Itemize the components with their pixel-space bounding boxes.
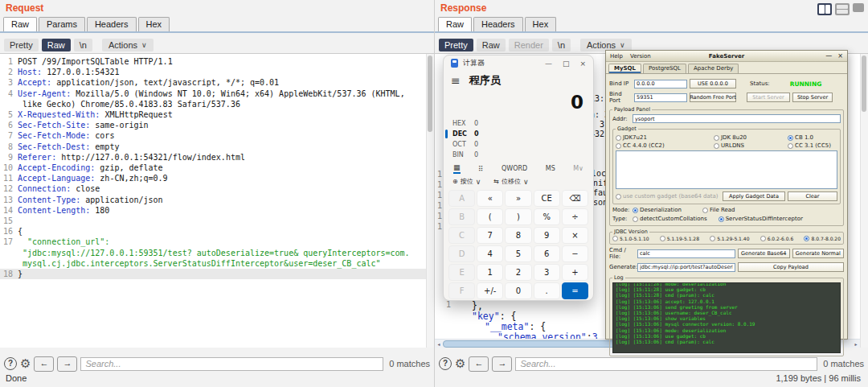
memory-store-button[interactable]: MS bbox=[546, 165, 555, 172]
help-icon[interactable]: ? bbox=[4, 357, 17, 370]
minimize-icon[interactable]: — bbox=[825, 52, 832, 60]
gadget-cc-3.1-cc5-[interactable]: CC 3.1 (CC5) bbox=[788, 142, 837, 149]
bitwise-menu[interactable]: ⊕ 按位 ∨ bbox=[452, 177, 481, 186]
calc-key-[interactable]: × bbox=[562, 227, 588, 244]
calc-key-[interactable]: +/- bbox=[477, 282, 503, 299]
calc-key-8[interactable]: 8 bbox=[505, 227, 531, 244]
mode-deserialization[interactable]: Deserialization bbox=[633, 207, 682, 213]
random-port-button[interactable]: Random Free Port bbox=[690, 93, 736, 102]
menu-help[interactable]: Help bbox=[610, 53, 623, 60]
response-tab-headers[interactable]: Headers bbox=[473, 17, 523, 31]
gear-icon[interactable]: ⚙ bbox=[455, 357, 465, 370]
search-next-button[interactable]: → bbox=[57, 356, 77, 372]
calc-key-[interactable]: ÷ bbox=[562, 208, 588, 225]
maximize-icon[interactable]: □ bbox=[563, 60, 570, 68]
calc-key-[interactable]: « bbox=[477, 190, 503, 207]
scroll-right-arrow-icon[interactable]: ▸ bbox=[852, 341, 860, 347]
calc-key-[interactable]: − bbox=[562, 245, 588, 262]
calc-key-[interactable]: » bbox=[505, 190, 531, 207]
bind-ip-field[interactable] bbox=[634, 80, 687, 89]
response-raw-toggle[interactable]: Raw bbox=[477, 39, 506, 51]
search-previous-button[interactable]: ← bbox=[469, 356, 489, 372]
request-actions-button[interactable]: Actions ∨ bbox=[102, 39, 154, 51]
response-pretty-toggle[interactable]: Pretty bbox=[439, 39, 473, 51]
calc-key-9[interactable]: 9 bbox=[534, 227, 560, 244]
calc-key-1[interactable]: 1 bbox=[477, 264, 503, 281]
single-panel-view-icon[interactable] bbox=[853, 3, 864, 12]
calc-key-6[interactable]: 6 bbox=[534, 245, 560, 262]
close-icon[interactable]: × bbox=[579, 60, 586, 68]
generate-normal-button[interactable]: Generate Normal bbox=[792, 249, 845, 258]
gadget-cc-4.4.0-cc2-[interactable]: CC 4.4.0 (CC2) bbox=[616, 142, 710, 149]
request-newline-toggle[interactable]: \n bbox=[74, 39, 92, 51]
radix-row-dec[interactable]: DEC0 bbox=[444, 129, 593, 139]
calc-key-[interactable]: . bbox=[534, 282, 560, 299]
type-detectcustomcollations[interactable]: detectCustomCollations bbox=[633, 216, 707, 222]
calculator-titlebar[interactable]: 计算器 —□× bbox=[444, 56, 593, 71]
fakeserver-tab-apache-derby[interactable]: Apache Derby bbox=[688, 64, 739, 73]
apply-gadget-button[interactable]: Apply Gadget Data bbox=[723, 191, 785, 201]
request-tab-raw[interactable]: Raw bbox=[3, 17, 37, 31]
fakeserver-titlebar[interactable]: FakeServer HelpVersion —× bbox=[606, 51, 847, 62]
gear-icon[interactable]: ⚙ bbox=[20, 357, 31, 370]
response-tab-raw[interactable]: Raw bbox=[438, 17, 472, 31]
bitshift-menu[interactable]: ⇆ 位移位 ∨ bbox=[493, 177, 528, 186]
calc-key-[interactable]: ( bbox=[477, 208, 503, 225]
gadget-urldns[interactable]: URLDNS bbox=[714, 142, 784, 149]
gadget-cb-1.0[interactable]: CB 1.0 bbox=[788, 134, 837, 141]
menu-version[interactable]: Version bbox=[630, 53, 651, 60]
generate-field[interactable] bbox=[637, 263, 735, 272]
addr-field[interactable] bbox=[633, 114, 841, 123]
calc-key-3[interactable]: 3 bbox=[534, 264, 560, 281]
split-rows-view-icon[interactable] bbox=[835, 3, 850, 15]
search-next-button[interactable]: → bbox=[492, 356, 512, 372]
hamburger-menu-icon[interactable]: ≡ bbox=[451, 74, 461, 87]
log-console[interactable]: [log] [15:11:28] mode: deserialization [… bbox=[612, 282, 841, 353]
type-serverstatusdiffinterceptor[interactable]: ServerStatusDiffInterceptor bbox=[719, 216, 803, 222]
word-size-button[interactable]: QWORD bbox=[502, 165, 527, 172]
jdbc-8.0.7-8.0.20[interactable]: 8.0.7-8.0.20 bbox=[804, 236, 841, 241]
search-previous-button[interactable]: ← bbox=[34, 356, 54, 372]
radix-row-hex[interactable]: HEX0 bbox=[444, 118, 593, 129]
minimize-icon[interactable]: — bbox=[545, 60, 552, 68]
request-tab-params[interactable]: Params bbox=[39, 17, 85, 31]
bind-port-field[interactable] bbox=[634, 93, 687, 102]
calc-key-[interactable]: = bbox=[562, 282, 588, 299]
full-keypad-icon[interactable]: ▦ bbox=[453, 163, 461, 174]
gadget-jdk-8u20[interactable]: JDK 8u20 bbox=[714, 134, 784, 141]
cmd-file-field[interactable] bbox=[637, 249, 735, 258]
radix-row-bin[interactable]: BIN0 bbox=[444, 150, 593, 160]
jdbc-5.1.19-5.1.28[interactable]: 5.1.19-5.1.28 bbox=[660, 236, 699, 241]
calc-key-[interactable]: + bbox=[562, 264, 588, 281]
close-icon[interactable]: × bbox=[837, 52, 843, 60]
calc-key-4[interactable]: 4 bbox=[477, 245, 503, 262]
scroll-left-arrow-icon[interactable]: ◂ bbox=[435, 341, 443, 347]
help-icon[interactable]: ? bbox=[439, 357, 452, 370]
jdbc-5.1.0-5.1.10[interactable]: 5.1.0-5.1.10 bbox=[612, 236, 649, 241]
generate-base64-button[interactable]: Generate Base64 bbox=[738, 249, 790, 258]
calc-key-2[interactable]: 2 bbox=[505, 264, 531, 281]
custom-gadget-textarea[interactable] bbox=[616, 150, 837, 189]
jdbc-5.1.29-5.1.40[interactable]: 5.1.29-5.1.40 bbox=[710, 236, 749, 241]
request-raw-toggle[interactable]: Raw bbox=[42, 39, 71, 51]
calc-key-7[interactable]: 7 bbox=[477, 227, 503, 244]
fakeserver-tab-mysql[interactable]: MySQL bbox=[608, 64, 641, 73]
split-columns-view-icon[interactable] bbox=[817, 3, 832, 15]
response-newline-toggle[interactable]: \n bbox=[552, 39, 571, 51]
request-pretty-toggle[interactable]: Pretty bbox=[4, 39, 39, 51]
clear-button[interactable]: Clear bbox=[788, 191, 837, 201]
stop-server-button[interactable]: Stop Server bbox=[792, 93, 833, 102]
response-tab-hex[interactable]: Hex bbox=[525, 17, 557, 31]
copy-payload-button[interactable]: Copy Payload bbox=[738, 262, 844, 272]
request-vertical-scrollbar[interactable] bbox=[426, 54, 434, 348]
calc-key-CE[interactable]: CE bbox=[534, 190, 560, 207]
request-search-input[interactable] bbox=[80, 357, 383, 371]
calc-key-[interactable]: ) bbox=[505, 208, 531, 225]
calc-key-[interactable]: ⌫ bbox=[562, 190, 588, 207]
gadget-jdk7u21[interactable]: JDK7u21 bbox=[616, 134, 710, 141]
request-editor[interactable]: 1POST /99/ImportSQLTable HTTP/1.12Host: … bbox=[0, 53, 434, 348]
bit-toggle-keypad-icon[interactable]: ⠿ bbox=[478, 165, 484, 173]
memory-menu-button[interactable]: M∨ bbox=[573, 165, 583, 172]
mode-file-read[interactable]: File Read bbox=[702, 207, 735, 213]
use-ip-button[interactable]: USE 0.0.0.0 bbox=[690, 79, 736, 89]
